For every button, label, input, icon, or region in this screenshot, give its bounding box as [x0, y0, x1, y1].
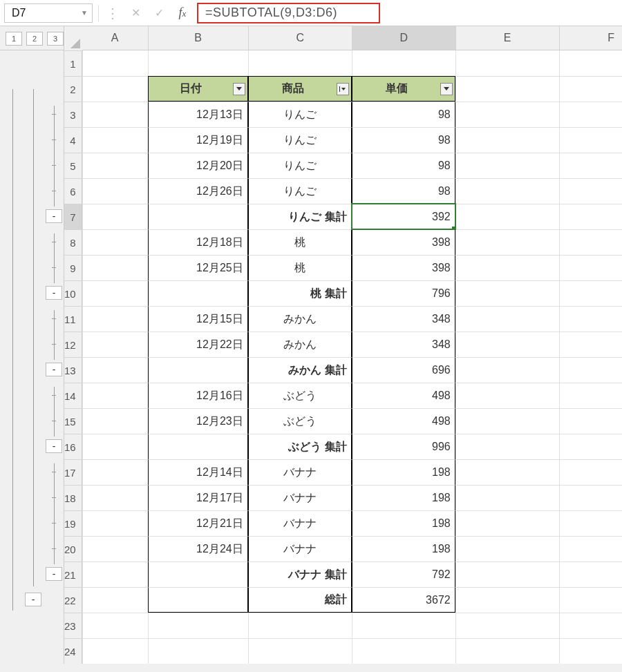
cell-product[interactable]: りんご	[248, 127, 352, 153]
header-date[interactable]: 日付	[148, 76, 248, 102]
cell[interactable]	[559, 76, 622, 102]
row-header[interactable]: 16	[64, 434, 82, 459]
cell[interactable]	[455, 638, 559, 664]
cell-price[interactable]: 198	[352, 459, 455, 485]
cell[interactable]	[559, 153, 622, 178]
cell-date[interactable]: 12月16日	[148, 383, 248, 408]
outline-collapse-button[interactable]: -	[25, 593, 41, 606]
cell-date[interactable]	[148, 561, 248, 587]
cell[interactable]	[82, 510, 148, 536]
cell-date[interactable]: 12月25日	[148, 255, 248, 280]
cell[interactable]	[352, 50, 455, 76]
cell[interactable]	[148, 613, 248, 638]
cell[interactable]	[559, 255, 622, 280]
cell[interactable]	[559, 434, 622, 459]
cell-product[interactable]: りんご 集計	[248, 204, 352, 229]
grid-area[interactable]: A B C D E F 日付	[82, 26, 622, 664]
cell-date[interactable]: 12月19日	[148, 127, 248, 153]
column-header[interactable]: A	[82, 26, 148, 50]
cell[interactable]	[82, 561, 148, 587]
filter-button[interactable]	[233, 83, 245, 95]
outline-collapse-button[interactable]: -	[46, 209, 62, 223]
cell-product[interactable]: 桃	[248, 229, 352, 255]
cell[interactable]	[455, 204, 559, 229]
column-header[interactable]: E	[455, 26, 559, 50]
row-header[interactable]: 12	[64, 332, 82, 357]
cell-product[interactable]: ぶどう	[248, 383, 352, 408]
cell-price[interactable]: 796	[352, 280, 455, 306]
cell[interactable]	[455, 332, 559, 357]
cell-price[interactable]: 98	[352, 178, 455, 204]
cell[interactable]	[455, 408, 559, 434]
cell[interactable]	[455, 510, 559, 536]
cell[interactable]	[455, 536, 559, 561]
row-header[interactable]: 15	[64, 408, 82, 434]
cell-product[interactable]: 桃	[248, 255, 352, 280]
cell[interactable]	[82, 485, 148, 510]
outline-collapse-button[interactable]: -	[46, 567, 62, 581]
cell-product[interactable]: 桃 集計	[248, 280, 352, 306]
cell[interactable]	[82, 229, 148, 255]
cell-product[interactable]: りんご	[248, 153, 352, 178]
column-header[interactable]: C	[248, 26, 352, 50]
cell-price[interactable]: 3672	[352, 587, 455, 613]
cell-price[interactable]: 348	[352, 306, 455, 332]
cell-price[interactable]: 398	[352, 229, 455, 255]
cell-price[interactable]: 198	[352, 485, 455, 510]
filter-button[interactable]	[440, 83, 453, 95]
cell-date[interactable]	[148, 357, 248, 383]
cell-product[interactable]: みかん 集計	[248, 357, 352, 383]
cell[interactable]	[455, 50, 559, 76]
outline-collapse-button[interactable]: -	[46, 439, 62, 453]
cell[interactable]	[248, 613, 352, 638]
row-header[interactable]: 8	[64, 229, 82, 255]
cell-product[interactable]: バナナ	[248, 459, 352, 485]
cell[interactable]	[82, 434, 148, 459]
cell-date[interactable]	[148, 204, 248, 229]
row-header[interactable]: 22	[64, 587, 82, 613]
cell[interactable]	[559, 357, 622, 383]
cell-date[interactable]	[148, 434, 248, 459]
cell[interactable]	[455, 613, 559, 638]
cell-date[interactable]: 12月17日	[148, 485, 248, 510]
cell-price[interactable]: 198	[352, 510, 455, 536]
cell[interactable]	[559, 510, 622, 536]
cell[interactable]	[559, 383, 622, 408]
cell-product[interactable]: ぶどう 集計	[248, 434, 352, 459]
cell[interactable]	[82, 280, 148, 306]
cell-product[interactable]: バナナ	[248, 510, 352, 536]
row-header[interactable]: 13	[64, 357, 82, 383]
row-header[interactable]: 21	[64, 561, 82, 587]
cell[interactable]	[559, 306, 622, 332]
cell[interactable]	[248, 638, 352, 664]
cell[interactable]	[455, 127, 559, 153]
cell[interactable]	[148, 50, 248, 76]
cell[interactable]	[82, 459, 148, 485]
cell-date[interactable]	[148, 587, 248, 613]
cell[interactable]	[559, 127, 622, 153]
cell[interactable]	[455, 434, 559, 459]
cell-price[interactable]: 98	[352, 153, 455, 178]
cell-date[interactable]: 12月22日	[148, 332, 248, 357]
cell[interactable]	[82, 408, 148, 434]
cell[interactable]	[82, 50, 148, 76]
cell[interactable]	[82, 76, 148, 102]
row-header[interactable]: 19	[64, 510, 82, 536]
cell[interactable]	[455, 561, 559, 587]
row-header[interactable]: 1	[64, 50, 82, 76]
cell[interactable]	[82, 536, 148, 561]
row-header[interactable]: 24	[64, 638, 82, 664]
outline-level-1[interactable]: 1	[6, 32, 22, 46]
cell-date[interactable]: 12月20日	[148, 153, 248, 178]
enter-icon[interactable]: ✓	[150, 6, 168, 19]
row-header[interactable]: 10	[64, 280, 82, 306]
cancel-icon[interactable]: ✕	[126, 6, 144, 19]
cell[interactable]	[455, 280, 559, 306]
cell-date[interactable]: 12月13日	[148, 102, 248, 127]
cell[interactable]	[82, 587, 148, 613]
row-header[interactable]: 17	[64, 459, 82, 485]
cell[interactable]	[559, 561, 622, 587]
cell-product[interactable]: バナナ	[248, 485, 352, 510]
column-header[interactable]: B	[148, 26, 248, 50]
cell-product[interactable]: ぶどう	[248, 408, 352, 434]
